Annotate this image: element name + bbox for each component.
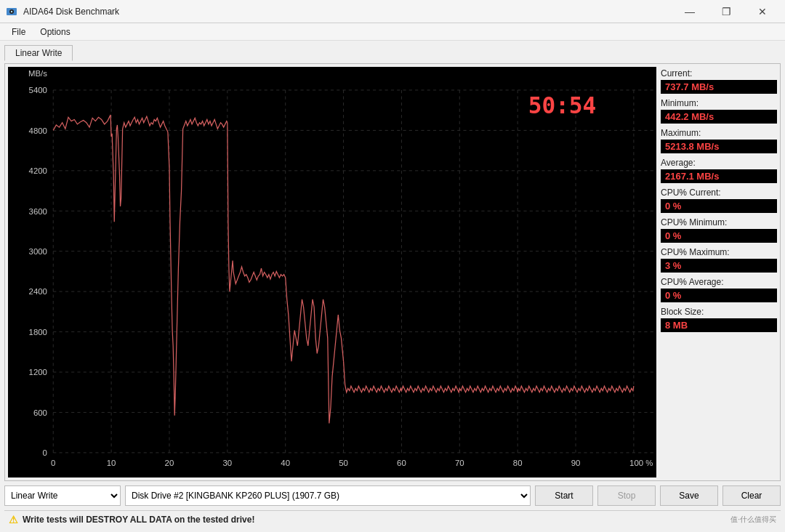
stat-block-size: Block Size: 8 MB (661, 307, 777, 332)
chart-container: 5400 4800 4200 3600 3000 2400 1800 1200 … (8, 67, 656, 477)
svg-rect-3 (8, 67, 656, 477)
watermark: 值·什么值得买 (730, 515, 776, 525)
menu-file[interactable]: File (6, 25, 31, 39)
svg-text:30: 30 (222, 459, 232, 467)
svg-text:90: 90 (571, 459, 581, 467)
svg-text:20: 20 (165, 459, 174, 467)
start-button[interactable]: Start (535, 485, 593, 506)
svg-text:3600: 3600 (29, 206, 47, 215)
svg-text:70: 70 (455, 459, 464, 467)
svg-text:4200: 4200 (29, 166, 47, 175)
stat-average: Average: 2167.1 MB/s (661, 158, 777, 183)
close-button[interactable]: ✕ (746, 1, 779, 23)
save-button[interactable]: Save (660, 485, 718, 506)
svg-text:40: 40 (281, 459, 290, 467)
current-value: 737.7 MB/s (661, 80, 777, 94)
svg-text:100 %: 100 % (629, 459, 653, 467)
svg-text:600: 600 (33, 408, 47, 417)
menu-bar: File Options (0, 23, 785, 41)
stat-cpu-maximum: CPU% Maximum: 3 % (661, 247, 777, 273)
maximize-button[interactable]: ❐ (709, 1, 743, 23)
stat-cpu-minimum: CPU% Minimum: 0 % (661, 217, 777, 243)
cpu-minimum-label: CPU% Minimum: (661, 217, 777, 227)
svg-text:1200: 1200 (29, 368, 47, 376)
right-panel: Current: 737.7 MB/s Minimum: 442.2 MB/s … (661, 67, 777, 477)
svg-text:5400: 5400 (29, 86, 47, 94)
average-value: 2167.1 MB/s (661, 169, 777, 183)
maximum-label: Maximum: (661, 128, 777, 138)
cpu-current-label: CPU% Current: (661, 188, 777, 198)
current-label: Current: (661, 68, 777, 78)
stat-maximum: Maximum: 5213.8 MB/s (661, 128, 777, 153)
title-bar-left: AIDA64 Disk Benchmark (6, 6, 119, 17)
cpu-maximum-label: CPU% Maximum: (661, 247, 777, 257)
warning-icon: ⚠ (9, 514, 18, 525)
main-window: Linear Write (0, 41, 785, 532)
bottom-toolbar: Linear Write Linear Read Random Read Ran… (4, 484, 781, 507)
svg-text:2400: 2400 (29, 287, 47, 296)
stat-minimum: Minimum: 442.2 MB/s (661, 98, 777, 124)
warning-bar: ⚠ Write tests will DESTROY ALL DATA on t… (4, 510, 781, 528)
stat-cpu-average: CPU% Average: 0 % (661, 277, 777, 302)
test-type-select[interactable]: Linear Write Linear Read Random Read Ran… (4, 485, 121, 506)
block-size-label: Block Size: (661, 307, 777, 317)
title-text: AIDA64 Disk Benchmark (23, 7, 119, 17)
cpu-current-value: 0 % (661, 199, 777, 213)
svg-text:60: 60 (397, 459, 406, 467)
tab-linear-write[interactable]: Linear Write (4, 45, 73, 61)
svg-text:1800: 1800 (29, 328, 47, 336)
cpu-minimum-value: 0 % (661, 229, 777, 243)
menu-options[interactable]: Options (34, 25, 76, 39)
svg-text:0: 0 (43, 448, 47, 457)
stop-button[interactable]: Stop (597, 485, 656, 506)
cpu-average-value: 0 % (661, 289, 777, 302)
cpu-average-label: CPU% Average: (661, 277, 777, 287)
title-bar-controls: — ❐ ✕ (673, 1, 779, 23)
block-size-value: 8 MB (661, 318, 777, 332)
svg-text:4800: 4800 (29, 126, 47, 135)
svg-text:80: 80 (513, 459, 523, 467)
svg-text:MB/s: MB/s (28, 69, 47, 78)
svg-text:50: 50 (339, 459, 348, 467)
content-area: 5400 4800 4200 3600 3000 2400 1800 1200 … (4, 63, 781, 481)
chart-svg: 5400 4800 4200 3600 3000 2400 1800 1200 … (8, 67, 656, 477)
clear-button[interactable]: Clear (722, 485, 781, 506)
drive-select[interactable]: Disk Drive #2 [KINGBANK KP260 PLUS] (190… (125, 485, 531, 506)
svg-text:0: 0 (51, 459, 55, 467)
svg-point-2 (11, 10, 12, 12)
svg-text:3000: 3000 (29, 247, 47, 256)
title-bar: AIDA64 Disk Benchmark — ❐ ✕ (0, 0, 785, 23)
cpu-maximum-value: 3 % (661, 259, 777, 273)
svg-text:10: 10 (107, 459, 116, 467)
svg-text:50:54: 50:54 (528, 92, 597, 118)
stat-current: Current: 737.7 MB/s (661, 68, 777, 94)
app-icon (6, 6, 17, 17)
minimum-value: 442.2 MB/s (661, 110, 777, 124)
minimize-button[interactable]: — (673, 1, 706, 23)
warning-text: Write tests will DESTROY ALL DATA on the… (23, 515, 254, 525)
minimum-label: Minimum: (661, 98, 777, 108)
stat-cpu-current: CPU% Current: 0 % (661, 188, 777, 213)
average-label: Average: (661, 158, 777, 168)
tab-bar: Linear Write (4, 45, 781, 60)
maximum-value: 5213.8 MB/s (661, 140, 777, 153)
